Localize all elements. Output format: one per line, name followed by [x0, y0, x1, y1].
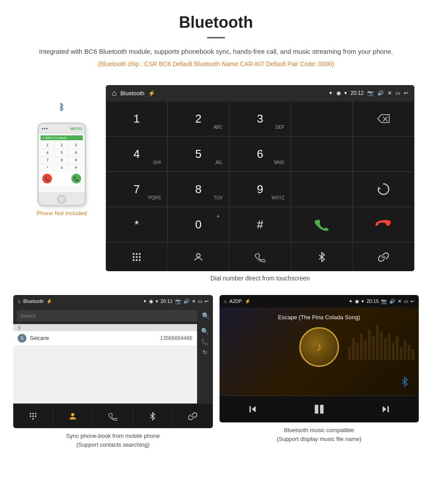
music-cam-icon[interactable]: 📷: [381, 299, 387, 304]
phonebook-screen: ⌂ Bluetooth ⚡ ✦ ◉ ▾ 20:11 📷 🔊 ✕ ▭ ↩: [13, 295, 213, 428]
side-phone-icon[interactable]: 📞: [201, 338, 209, 345]
home-icon[interactable]: ⌂: [112, 89, 117, 98]
dial-key-4[interactable]: 4 GHI: [106, 136, 168, 172]
nav-phone[interactable]: [229, 243, 291, 271]
play-pause-icon: [313, 403, 325, 415]
nav-link[interactable]: [353, 243, 414, 271]
dial-call-red[interactable]: [353, 207, 414, 242]
phone-screen-content: + Add to Contacts 1 2 3 4 5 6 7 8 9 * 0 …: [39, 134, 85, 185]
nav-bluetooth[interactable]: [291, 243, 353, 271]
phone-key-7[interactable]: 7: [41, 157, 54, 164]
pb-nav-dialpad[interactable]: [13, 404, 53, 428]
phone-key-0[interactable]: 0: [55, 164, 68, 171]
pb-search-icon[interactable]: 🔍: [202, 312, 209, 319]
pb-x-icon[interactable]: ✕: [192, 299, 196, 304]
phonebook-caption-line1: Sync phone-book from mobile phone: [66, 433, 160, 439]
phone-key-star[interactable]: *: [41, 164, 54, 171]
dial-key-1[interactable]: 1: [106, 101, 168, 136]
pb-time: 20:11: [160, 299, 173, 304]
dial-key-6[interactable]: 6 MNO: [229, 136, 291, 172]
dial-empty-2: [291, 136, 353, 172]
phone-end-call[interactable]: 📞: [42, 174, 52, 183]
music-vol-icon[interactable]: 🔊: [389, 299, 395, 304]
pb-home-icon[interactable]: ⌂: [18, 299, 21, 304]
close-icon[interactable]: ✕: [387, 90, 392, 96]
contact-number: 13566664466: [160, 335, 192, 341]
pb-search-row: Search 🔍: [13, 307, 213, 324]
music-caption-line1: Bluetooth music compatible: [284, 427, 354, 433]
pb-nav-phone[interactable]: [93, 404, 133, 428]
phone-key-9[interactable]: 9: [69, 157, 83, 164]
nav-contacts[interactable]: [168, 243, 229, 271]
dial-key-0[interactable]: 0 +: [168, 207, 229, 242]
pb-nav-contacts-active[interactable]: [53, 404, 93, 428]
pb-app-name: Bluetooth: [23, 299, 44, 304]
music-status-bar: ⌂ A2DP ⚡ ✦ ◉ ▾ 20:15 📷 🔊 ✕ ▭ ↩: [220, 295, 419, 307]
phone-call[interactable]: 📞: [71, 174, 81, 183]
music-bt-icon: ✦: [349, 299, 353, 304]
dial-key-8[interactable]: 8 TUV: [168, 172, 229, 207]
dial-key-2[interactable]: 2 ABC: [168, 101, 229, 136]
phone-key-6[interactable]: 6: [69, 149, 83, 156]
key-2-num: 2: [195, 112, 201, 126]
svg-marker-43: [383, 406, 387, 412]
phone-key-3[interactable]: 3: [69, 142, 83, 149]
music-win-icon[interactable]: ▭: [404, 299, 408, 304]
dial-key-9[interactable]: 9 WXYZ: [229, 172, 291, 207]
phone-key-5[interactable]: 5: [55, 149, 68, 156]
svg-rect-4: [136, 253, 138, 255]
dial-key-5[interactable]: 5 JKL: [168, 136, 229, 172]
music-back-icon[interactable]: ↩: [410, 299, 414, 304]
dial-key-3[interactable]: 3 DEF: [229, 101, 291, 136]
dial-backspace[interactable]: [353, 101, 414, 136]
pb-nav-bluetooth[interactable]: [133, 404, 173, 428]
music-next[interactable]: [352, 399, 419, 419]
wifi-icon: ▾: [344, 90, 347, 96]
phone-key-hash[interactable]: #: [69, 164, 83, 171]
music-prev[interactable]: [220, 399, 286, 419]
pb-vol-icon[interactable]: 🔊: [183, 299, 190, 304]
music-x-icon[interactable]: ✕: [398, 299, 402, 304]
phone-home-button[interactable]: [57, 195, 66, 204]
volume-icon[interactable]: 🔊: [377, 90, 384, 96]
bluetooth-music-icon: [399, 377, 410, 387]
music-play-pause[interactable]: [286, 399, 352, 419]
description-text: Integrated with BC6 Bluetooth module, su…: [26, 46, 406, 57]
svg-rect-11: [139, 259, 141, 261]
window-icon[interactable]: ▭: [395, 90, 400, 96]
dial-call-green[interactable]: [291, 207, 353, 242]
pb-win-icon[interactable]: ▭: [198, 299, 202, 304]
bt-music-icon: [399, 377, 410, 389]
dial-refresh[interactable]: [353, 172, 414, 207]
pb-nav-link[interactable]: [173, 404, 213, 428]
svg-rect-5: [139, 253, 141, 255]
dial-key-7[interactable]: 7 PQRS: [106, 172, 168, 207]
nav-dialpad[interactable]: [106, 243, 168, 271]
pb-back-icon[interactable]: ↩: [205, 299, 209, 304]
back-icon[interactable]: ↩: [404, 90, 408, 96]
music-home-icon[interactable]: ⌂: [224, 299, 227, 304]
key-5-sub: JKL: [215, 160, 223, 165]
table-row[interactable]: S Seicane 13566664466: [13, 331, 197, 346]
phone-icon: [255, 252, 265, 262]
pb-main-area: S S Seicane 13566664466 🔍 📞 ↻: [13, 324, 213, 403]
svg-rect-7: [136, 256, 138, 258]
side-search-icon[interactable]: 🔍: [201, 328, 209, 335]
phone-key-2[interactable]: 2: [55, 142, 68, 149]
pb-search-field[interactable]: Search: [17, 310, 197, 321]
pb-search-placeholder: Search: [20, 313, 36, 318]
key-3-sub: DEF: [276, 125, 284, 130]
bt-status-icon: ✦: [328, 90, 333, 96]
side-refresh-icon[interactable]: ↻: [202, 349, 208, 356]
pb-contacts-list: S S Seicane 13566664466: [13, 324, 197, 403]
pb-contacts-active-icon: [68, 411, 78, 421]
camera-icon[interactable]: 📷: [367, 90, 374, 96]
pb-cam-icon[interactable]: 📷: [175, 299, 181, 304]
dial-key-star[interactable]: *: [106, 207, 168, 242]
phone-key-1[interactable]: 1: [41, 142, 54, 149]
phone-key-4[interactable]: 4: [41, 149, 54, 156]
phone-key-8[interactable]: 8: [55, 157, 68, 164]
svg-rect-35: [400, 347, 402, 360]
music-note-icon: ♪: [316, 340, 322, 354]
dial-key-hash[interactable]: #: [229, 207, 291, 242]
